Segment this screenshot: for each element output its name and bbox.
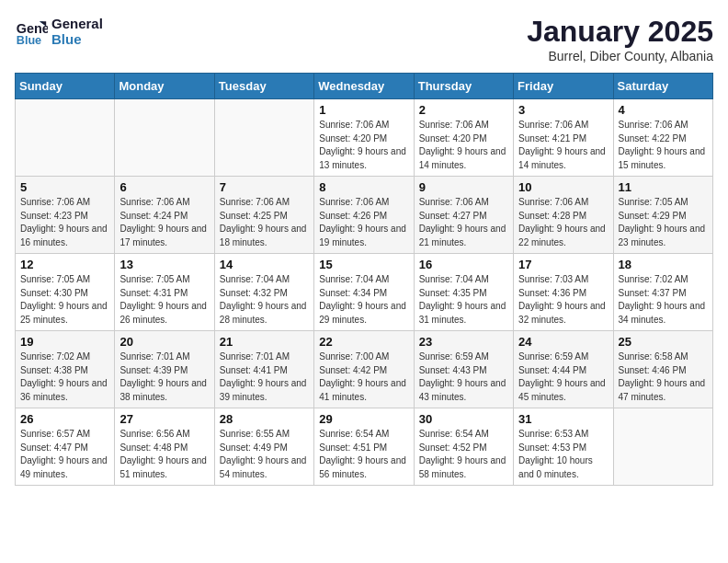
day-number: 6: [119, 180, 209, 194]
day-info: Sunrise: 7:04 AM Sunset: 4:34 PM Dayligh…: [319, 273, 408, 327]
day-number: 25: [619, 335, 708, 349]
calendar-subtitle: Burrel, Diber County, Albania: [527, 49, 713, 63]
calendar-cell: 27Sunrise: 6:56 AM Sunset: 4:48 PM Dayli…: [115, 408, 214, 486]
day-number: 20: [119, 335, 209, 349]
weekday-header: Friday: [514, 74, 613, 99]
calendar-cell: 4Sunrise: 7:06 AM Sunset: 4:22 PM Daylig…: [613, 99, 712, 177]
calendar-cell: 11Sunrise: 7:05 AM Sunset: 4:29 PM Dayli…: [613, 177, 712, 254]
calendar-week-row: 5Sunrise: 7:06 AM Sunset: 4:23 PM Daylig…: [16, 177, 713, 254]
calendar-title: January 2025: [527, 15, 713, 49]
day-info: Sunrise: 7:05 AM Sunset: 4:31 PM Dayligh…: [119, 273, 209, 327]
day-number: 30: [419, 412, 508, 426]
calendar-cell: [613, 408, 712, 486]
calendar-cell: 15Sunrise: 7:04 AM Sunset: 4:34 PM Dayli…: [314, 254, 414, 331]
day-number: 5: [20, 180, 109, 194]
calendar-cell: 31Sunrise: 6:53 AM Sunset: 4:53 PM Dayli…: [514, 408, 613, 486]
calendar-cell: 30Sunrise: 6:54 AM Sunset: 4:52 PM Dayli…: [414, 408, 513, 486]
day-info: Sunrise: 6:54 AM Sunset: 4:52 PM Dayligh…: [419, 428, 508, 481]
day-number: 14: [220, 258, 309, 271]
calendar-cell: [214, 99, 313, 177]
day-info: Sunrise: 7:06 AM Sunset: 4:22 PM Dayligh…: [619, 119, 708, 172]
weekday-header: Sunday: [16, 74, 115, 99]
day-info: Sunrise: 7:06 AM Sunset: 4:27 PM Dayligh…: [419, 196, 508, 249]
day-number: 2: [419, 103, 508, 117]
calendar-cell: 18Sunrise: 7:02 AM Sunset: 4:37 PM Dayli…: [613, 254, 712, 331]
calendar-week-row: 19Sunrise: 7:02 AM Sunset: 4:38 PM Dayli…: [16, 331, 713, 408]
day-number: 19: [20, 335, 109, 349]
day-number: 28: [220, 412, 309, 426]
day-number: 13: [119, 258, 209, 271]
weekday-header: Tuesday: [214, 74, 313, 99]
calendar-cell: 5Sunrise: 7:06 AM Sunset: 4:23 PM Daylig…: [16, 177, 115, 254]
day-info: Sunrise: 7:04 AM Sunset: 4:35 PM Dayligh…: [419, 273, 508, 327]
day-info: Sunrise: 7:02 AM Sunset: 4:38 PM Dayligh…: [20, 350, 109, 404]
day-number: 4: [619, 103, 708, 117]
calendar-cell: 6Sunrise: 7:06 AM Sunset: 4:24 PM Daylig…: [115, 177, 214, 254]
day-info: Sunrise: 7:06 AM Sunset: 4:25 PM Dayligh…: [220, 196, 309, 249]
page-header: General Blue General Blue January 2025 B…: [15, 15, 713, 63]
day-info: Sunrise: 7:03 AM Sunset: 4:36 PM Dayligh…: [518, 273, 608, 327]
day-number: 27: [119, 412, 209, 426]
calendar-cell: 12Sunrise: 7:05 AM Sunset: 4:30 PM Dayli…: [16, 254, 115, 331]
day-number: 31: [518, 412, 608, 426]
day-number: 3: [518, 103, 608, 117]
logo-text-blue: Blue: [51, 31, 103, 47]
calendar-cell: 25Sunrise: 6:58 AM Sunset: 4:46 PM Dayli…: [613, 331, 712, 408]
day-info: Sunrise: 7:06 AM Sunset: 4:28 PM Dayligh…: [518, 196, 608, 249]
day-info: Sunrise: 7:02 AM Sunset: 4:37 PM Dayligh…: [619, 273, 708, 327]
logo: General Blue General Blue: [15, 15, 103, 48]
day-info: Sunrise: 7:06 AM Sunset: 4:26 PM Dayligh…: [319, 196, 408, 249]
day-number: 10: [518, 180, 608, 194]
calendar-cell: [16, 99, 115, 177]
calendar-cell: 17Sunrise: 7:03 AM Sunset: 4:36 PM Dayli…: [514, 254, 613, 331]
day-number: 29: [319, 412, 408, 426]
day-info: Sunrise: 7:01 AM Sunset: 4:41 PM Dayligh…: [220, 350, 309, 404]
calendar-cell: 1Sunrise: 7:06 AM Sunset: 4:20 PM Daylig…: [314, 99, 414, 177]
day-number: 24: [518, 335, 608, 349]
calendar-cell: 3Sunrise: 7:06 AM Sunset: 4:21 PM Daylig…: [514, 99, 613, 177]
day-info: Sunrise: 7:06 AM Sunset: 4:21 PM Dayligh…: [518, 119, 608, 172]
calendar-cell: 20Sunrise: 7:01 AM Sunset: 4:39 PM Dayli…: [115, 331, 214, 408]
day-info: Sunrise: 6:59 AM Sunset: 4:43 PM Dayligh…: [419, 350, 508, 404]
calendar-cell: 21Sunrise: 7:01 AM Sunset: 4:41 PM Dayli…: [214, 331, 313, 408]
calendar-cell: 2Sunrise: 7:06 AM Sunset: 4:20 PM Daylig…: [414, 99, 513, 177]
day-info: Sunrise: 6:55 AM Sunset: 4:49 PM Dayligh…: [220, 428, 309, 481]
calendar-week-row: 1Sunrise: 7:06 AM Sunset: 4:20 PM Daylig…: [16, 99, 713, 177]
day-info: Sunrise: 7:01 AM Sunset: 4:39 PM Dayligh…: [119, 350, 209, 404]
calendar-cell: 7Sunrise: 7:06 AM Sunset: 4:25 PM Daylig…: [214, 177, 313, 254]
calendar-cell: 14Sunrise: 7:04 AM Sunset: 4:32 PM Dayli…: [214, 254, 313, 331]
logo-icon: General Blue: [15, 15, 48, 48]
day-number: 17: [518, 258, 608, 271]
day-info: Sunrise: 6:53 AM Sunset: 4:53 PM Dayligh…: [518, 428, 608, 481]
day-info: Sunrise: 7:05 AM Sunset: 4:30 PM Dayligh…: [20, 273, 109, 327]
day-number: 12: [20, 258, 109, 271]
day-number: 26: [20, 412, 109, 426]
calendar-cell: 22Sunrise: 7:00 AM Sunset: 4:42 PM Dayli…: [314, 331, 414, 408]
day-info: Sunrise: 7:04 AM Sunset: 4:32 PM Dayligh…: [220, 273, 309, 327]
weekday-header: Wednesday: [314, 74, 414, 99]
calendar-cell: 9Sunrise: 7:06 AM Sunset: 4:27 PM Daylig…: [414, 177, 513, 254]
day-info: Sunrise: 6:54 AM Sunset: 4:51 PM Dayligh…: [319, 428, 408, 481]
day-info: Sunrise: 7:06 AM Sunset: 4:24 PM Dayligh…: [119, 196, 209, 249]
calendar-week-row: 26Sunrise: 6:57 AM Sunset: 4:47 PM Dayli…: [16, 408, 713, 486]
calendar-cell: 13Sunrise: 7:05 AM Sunset: 4:31 PM Dayli…: [115, 254, 214, 331]
calendar-cell: 8Sunrise: 7:06 AM Sunset: 4:26 PM Daylig…: [314, 177, 414, 254]
day-info: Sunrise: 6:59 AM Sunset: 4:44 PM Dayligh…: [518, 350, 608, 404]
day-number: 11: [619, 180, 708, 194]
day-number: 22: [319, 335, 408, 349]
day-number: 15: [319, 258, 408, 271]
day-info: Sunrise: 7:06 AM Sunset: 4:20 PM Dayligh…: [419, 119, 508, 172]
day-number: 9: [419, 180, 508, 194]
logo-text-general: General: [51, 16, 103, 31]
calendar-cell: 28Sunrise: 6:55 AM Sunset: 4:49 PM Dayli…: [214, 408, 313, 486]
weekday-header: Monday: [115, 74, 214, 99]
calendar-cell: 29Sunrise: 6:54 AM Sunset: 4:51 PM Dayli…: [314, 408, 414, 486]
day-info: Sunrise: 7:06 AM Sunset: 4:23 PM Dayligh…: [20, 196, 109, 249]
weekday-header: Thursday: [414, 74, 513, 99]
day-number: 18: [619, 258, 708, 271]
calendar-cell: 23Sunrise: 6:59 AM Sunset: 4:43 PM Dayli…: [414, 331, 513, 408]
calendar-cell: 26Sunrise: 6:57 AM Sunset: 4:47 PM Dayli…: [16, 408, 115, 486]
day-number: 23: [419, 335, 508, 349]
calendar-cell: [115, 99, 214, 177]
calendar-header-row: SundayMondayTuesdayWednesdayThursdayFrid…: [16, 74, 713, 99]
